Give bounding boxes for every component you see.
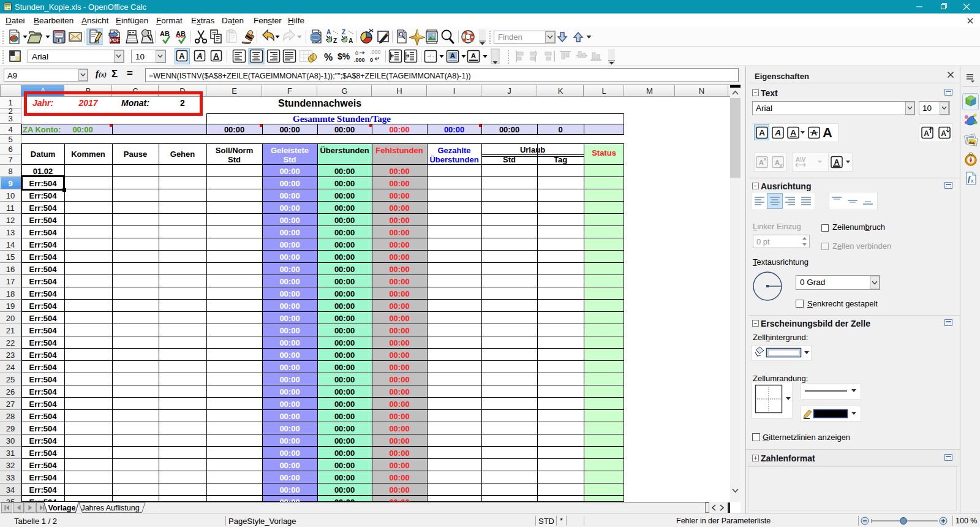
svg-text:01.02: 01.02 xyxy=(33,167,53,176)
svg-text:00:00: 00:00 xyxy=(279,326,300,335)
svg-text:00:00: 00:00 xyxy=(334,412,355,421)
svg-text:00:00: 00:00 xyxy=(334,338,355,347)
svg-text:00:00: 00:00 xyxy=(389,301,409,311)
svg-text:Err:504: Err:504 xyxy=(29,498,58,502)
svg-text:Gesammte Stunden/Tage: Gesammte Stunden/Tage xyxy=(293,114,391,124)
svg-text:Err:504: Err:504 xyxy=(29,485,58,495)
svg-text:Kommen: Kommen xyxy=(71,150,105,159)
svg-text:00:00: 00:00 xyxy=(279,387,300,396)
svg-text:35: 35 xyxy=(6,498,15,502)
svg-text:00:00: 00:00 xyxy=(389,485,409,495)
svg-text:00:00: 00:00 xyxy=(334,436,355,445)
svg-text:A: A xyxy=(774,128,781,137)
svg-text:00:00: 00:00 xyxy=(72,125,92,134)
svg-text:31: 31 xyxy=(6,449,15,458)
svg-text:Jahres Auflistung: Jahres Auflistung xyxy=(81,504,139,512)
svg-text:A: A xyxy=(941,129,946,138)
svg-text:00:00: 00:00 xyxy=(279,277,300,286)
svg-text:00:00: 00:00 xyxy=(389,363,409,372)
svg-text:Err:504: Err:504 xyxy=(29,338,58,347)
svg-text:Gehen: Gehen xyxy=(170,150,195,159)
svg-text:00:00: 00:00 xyxy=(389,125,409,134)
svg-text:21: 21 xyxy=(6,326,15,335)
svg-text:.000: .000 xyxy=(354,57,365,63)
svg-text:00:00: 00:00 xyxy=(334,498,355,502)
svg-text:Überstunden: Überstunden xyxy=(429,155,478,164)
svg-text:A\V: A\V xyxy=(796,156,806,163)
svg-text:24: 24 xyxy=(6,363,15,372)
svg-text:Err:504: Err:504 xyxy=(29,240,58,249)
svg-text:Fehlstunden: Fehlstunden xyxy=(375,146,423,155)
svg-text:28: 28 xyxy=(6,412,15,421)
svg-text:Stundennachweis: Stundennachweis xyxy=(278,98,361,108)
svg-text:Err:504: Err:504 xyxy=(29,314,58,323)
svg-text:Arial: Arial xyxy=(32,52,48,61)
svg-text:10: 10 xyxy=(6,191,15,200)
svg-text:Err:504: Err:504 xyxy=(29,473,58,482)
svg-text:Urlaub: Urlaub xyxy=(520,145,545,154)
svg-text:Soll/Norm: Soll/Norm xyxy=(216,146,253,155)
svg-text:AB: AB xyxy=(160,30,170,37)
svg-text:00:00: 00:00 xyxy=(279,301,300,311)
svg-text:32: 32 xyxy=(6,461,15,470)
svg-text:00:00: 00:00 xyxy=(389,449,409,458)
svg-text:Datum: Datum xyxy=(31,150,55,159)
svg-text:Err:504: Err:504 xyxy=(29,289,58,298)
svg-text:Err:504: Err:504 xyxy=(29,375,58,384)
svg-text:A: A xyxy=(471,52,476,59)
svg-text:00:00: 00:00 xyxy=(389,424,409,433)
svg-text:00:00: 00:00 xyxy=(389,498,409,502)
svg-text:00:00: 00:00 xyxy=(279,473,300,482)
svg-text:00:00: 00:00 xyxy=(389,167,409,176)
svg-text:00:00: 00:00 xyxy=(334,203,355,213)
svg-text:6: 6 xyxy=(8,145,12,154)
svg-text:A: A xyxy=(790,128,796,137)
svg-text:18: 18 xyxy=(6,289,15,298)
svg-text:Err:504: Err:504 xyxy=(29,277,58,286)
svg-text:Err:504: Err:504 xyxy=(29,363,58,372)
svg-text:00:00: 00:00 xyxy=(334,125,355,134)
svg-text:00:00: 00:00 xyxy=(334,240,355,249)
svg-text:00:00: 00:00 xyxy=(499,125,519,134)
svg-text:ZA Konto:: ZA Konto: xyxy=(23,125,61,134)
svg-text:22: 22 xyxy=(6,338,15,347)
svg-text:x: x xyxy=(971,178,974,184)
svg-text:00:00: 00:00 xyxy=(389,351,409,360)
svg-text:00:00: 00:00 xyxy=(279,485,300,495)
svg-text:Std: Std xyxy=(228,155,241,164)
svg-text:12: 12 xyxy=(6,216,15,225)
svg-text:Err:504: Err:504 xyxy=(29,424,58,433)
svg-text:J: J xyxy=(507,86,511,96)
svg-text:Err:504: Err:504 xyxy=(29,326,58,335)
svg-text:00:00: 00:00 xyxy=(279,424,300,433)
svg-text:00:00: 00:00 xyxy=(334,485,355,495)
svg-text:00:00: 00:00 xyxy=(389,412,409,421)
svg-text:00:00: 00:00 xyxy=(444,125,464,134)
svg-text:00:00: 00:00 xyxy=(334,191,355,200)
svg-text:00:00: 00:00 xyxy=(389,203,409,213)
svg-text:Err:504: Err:504 xyxy=(29,449,58,458)
svg-text:00:00: 00:00 xyxy=(279,228,300,237)
svg-text:Err:504: Err:504 xyxy=(29,351,58,360)
svg-text:Err:504: Err:504 xyxy=(29,191,58,200)
svg-text:00:00: 00:00 xyxy=(279,203,300,213)
svg-text:00:00: 00:00 xyxy=(279,436,300,445)
svg-text:N: N xyxy=(699,86,704,96)
svg-text:00:00: 00:00 xyxy=(389,216,409,225)
svg-text:00:00: 00:00 xyxy=(224,125,244,134)
svg-text:0: 0 xyxy=(370,57,373,63)
svg-text:00:00: 00:00 xyxy=(334,424,355,433)
svg-text:00:00: 00:00 xyxy=(334,179,355,188)
svg-text:0: 0 xyxy=(355,50,358,56)
svg-text:00:00: 00:00 xyxy=(334,228,355,237)
svg-text:Err:504: Err:504 xyxy=(29,203,58,213)
svg-text:00:00: 00:00 xyxy=(279,167,300,176)
svg-text:00:00: 00:00 xyxy=(279,375,300,384)
svg-text:00:00: 00:00 xyxy=(389,277,409,286)
svg-text:5: 5 xyxy=(8,135,12,144)
svg-text:00:00: 00:00 xyxy=(279,252,300,262)
svg-text:Err:504: Err:504 xyxy=(29,400,58,409)
svg-text:Err:504: Err:504 xyxy=(29,387,58,396)
svg-text:00:00: 00:00 xyxy=(279,289,300,298)
svg-text:23: 23 xyxy=(6,351,15,360)
